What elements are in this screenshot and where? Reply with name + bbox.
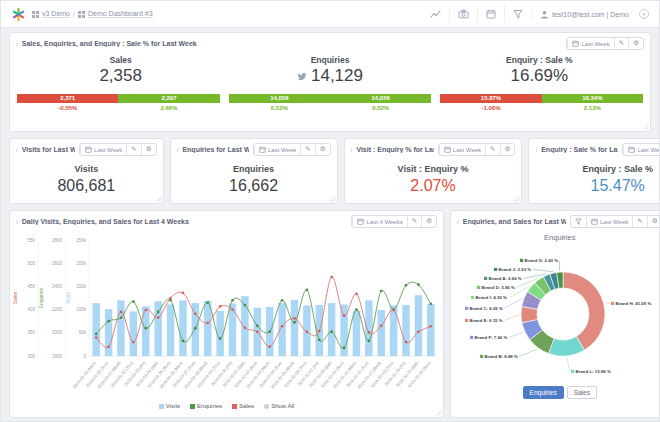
comparison-delta: 0.52% <box>229 105 330 111</box>
widget-controls: Last Week ✎ ⚙ <box>566 37 644 50</box>
comparison-bar: 14,056 <box>330 94 431 103</box>
stat-label: Enquiry : Sale % <box>529 164 660 174</box>
resize-handle[interactable] <box>513 195 520 202</box>
widget-settings-button[interactable]: ⚙ <box>421 216 436 227</box>
legend-item-show-all[interactable]: Show All <box>264 403 294 409</box>
legend-item-enquiries[interactable]: Enquiries <box>190 403 222 409</box>
widget-settings-button[interactable]: ⚙ <box>315 144 330 155</box>
comparison-delta: 2.66% <box>118 105 219 111</box>
stat-value: 16,662 <box>171 177 337 195</box>
svg-text:Brand L: 13.98 %: Brand L: 13.98 % <box>575 369 610 374</box>
widget-visit-enquiry: i Visit : Enquiry % for Last ... Last We… <box>344 138 523 204</box>
comparison-group: 15.87%-1.06%16.34%2.13% <box>440 94 643 111</box>
widget-settings-button[interactable]: ⚙ <box>500 144 515 155</box>
toggle-sales[interactable]: Sales <box>567 386 597 399</box>
widget-title: Enquiries for Last Week <box>182 146 249 153</box>
widget-edit-button[interactable]: ✎ <box>485 144 499 155</box>
widget-settings-button[interactable]: ⚙ <box>141 144 156 155</box>
svg-text:Brand F: 7.06 %: Brand F: 7.06 % <box>474 335 507 340</box>
widget-settings-button[interactable]: ⚙ <box>647 216 660 227</box>
legend-swatch <box>264 404 269 409</box>
kpi-value: 2,358 <box>16 66 225 86</box>
stat-row: i Visits for Last Week Last Week ✎ ⚙ Vis… <box>9 138 651 204</box>
info-icon[interactable]: i <box>16 40 18 47</box>
app-logo[interactable] <box>11 7 26 22</box>
widget-controls: Last Week ✎ ⚙ <box>79 143 157 156</box>
svg-text:Sales: Sales <box>12 291 18 304</box>
resize-handle[interactable] <box>435 409 442 416</box>
breadcrumb-page-link[interactable]: Demo Dashboard #3 <box>88 10 153 18</box>
resize-handle[interactable] <box>155 195 162 202</box>
comparison-delta: -0.55% <box>17 105 118 111</box>
widget-range-button[interactable]: Last Week <box>567 38 613 49</box>
calendar-icon <box>444 146 451 153</box>
info-icon[interactable]: i <box>177 146 179 153</box>
info-icon[interactable]: i <box>16 146 18 153</box>
comparison-group: 14,0560.52%14,0560.52% <box>229 94 432 111</box>
kpi-label: Enquiries <box>225 55 434 65</box>
kpi: Enquiries 14,129 <box>225 55 434 86</box>
donut-chart[interactable]: Brand H: 41.09 %Brand L: 13.98 %Brand B:… <box>460 242 660 384</box>
widget-range-button[interactable]: Last Week <box>623 144 660 155</box>
resize-handle[interactable] <box>642 123 649 130</box>
widget-edit-button[interactable]: ✎ <box>614 38 628 49</box>
combo-chart[interactable]: 3003504004505005501800200022002400260028… <box>10 230 443 398</box>
info-icon[interactable]: i <box>351 146 353 153</box>
comparison-segment: 2,371-0.55% <box>17 94 118 111</box>
toggle-enquiries[interactable]: Enquiries <box>523 386 564 399</box>
widget-range-button[interactable]: Last Week <box>254 144 300 155</box>
widget-range-button[interactable]: Last 4 Weeks <box>352 216 406 227</box>
widget-filter-button[interactable] <box>571 216 586 227</box>
chart-row: i Daily Visits, Enquiries, and Sales for… <box>9 210 651 418</box>
schedule-button[interactable] <box>477 5 504 23</box>
kpi-label: Sales <box>16 55 225 65</box>
widget-edit-button[interactable]: ✎ <box>632 216 646 227</box>
donut-subtitle: Enquiries <box>451 233 660 242</box>
widget-settings-button[interactable]: ⚙ <box>628 38 643 49</box>
legend-label: Sales <box>239 403 254 409</box>
comparison-bar: 16.34% <box>542 94 643 103</box>
widget-controls: Last Week ✎ ⚙ <box>570 215 660 228</box>
svg-text:350: 350 <box>27 330 35 335</box>
funnel-icon <box>513 9 523 19</box>
chart-legend: VisitsEnquiriesSalesShow All <box>10 403 443 409</box>
svg-text:Brand G: 2.43 %: Brand G: 2.43 % <box>524 258 558 263</box>
comparison-bars: 2,371-0.55%2,2972.66%14,0560.52%14,0560.… <box>10 94 650 111</box>
stat-label: Visit : Enquiry % <box>345 164 522 174</box>
widget-daily-chart: i Daily Visits, Enquiries, and Sales for… <box>9 210 444 418</box>
widget-range-button[interactable]: Last Week <box>80 144 126 155</box>
widget-edit-button[interactable]: ✎ <box>407 216 421 227</box>
screenshot-button[interactable] <box>449 5 477 23</box>
comparison-segment: 2,2972.66% <box>118 94 219 111</box>
svg-text:Brand I: 4.30 %: Brand I: 4.30 % <box>475 295 507 300</box>
widget-range-label: Last Week <box>453 147 481 153</box>
svg-text:500: 500 <box>27 261 35 266</box>
comparison-bar: 14,056 <box>229 94 330 103</box>
info-icon[interactable]: i <box>535 146 537 153</box>
user-email-label: test10@test.com | Demo <box>552 11 629 18</box>
widget-controls: Last Week ✎ ⚙ <box>438 143 516 156</box>
info-icon[interactable]: i <box>457 218 459 225</box>
session-badge[interactable]: × <box>639 9 649 19</box>
widget-edit-button[interactable]: ✎ <box>300 144 314 155</box>
analytics-button[interactable] <box>422 5 449 23</box>
legend-item-visits[interactable]: Visits <box>159 403 180 409</box>
widget-range-button[interactable]: Last Week <box>586 216 632 227</box>
comparison-bar: 2,371 <box>17 94 118 103</box>
info-icon[interactable]: i <box>16 218 18 225</box>
comparison-bar: 15.87% <box>440 94 541 103</box>
widget-enquiry-sale: i Enquiry : Sale % for Last ... Last Wee… <box>528 138 660 204</box>
widget-edit-button[interactable]: ✎ <box>126 144 140 155</box>
widget-summary: i Sales, Enquiries, and Enquiry : Sale %… <box>9 32 651 132</box>
resize-handle[interactable] <box>329 195 336 202</box>
camera-icon <box>458 9 469 19</box>
breadcrumb-app-link[interactable]: v3 Demo <box>42 10 70 18</box>
legend-swatch <box>190 404 195 409</box>
grid-icon <box>78 11 85 18</box>
svg-text:Brand J: 2.53 %: Brand J: 2.53 % <box>498 267 531 272</box>
widget-range-label: Last Week <box>94 147 122 153</box>
user-menu[interactable]: test10@test.com | Demo <box>531 10 637 19</box>
filter-button[interactable] <box>504 5 531 23</box>
widget-range-button[interactable]: Last Week <box>439 144 485 155</box>
legend-item-sales[interactable]: Sales <box>232 403 254 409</box>
